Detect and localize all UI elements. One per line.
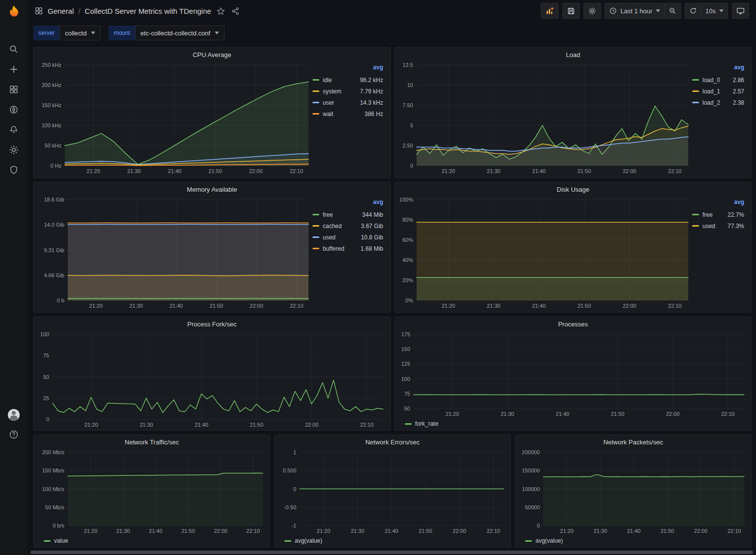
panel-title[interactable]: Process Fork/sec <box>34 317 390 329</box>
svg-text:21:30: 21:30 <box>487 303 501 309</box>
legend-item[interactable]: load_12.57 <box>692 86 744 97</box>
search-icon[interactable] <box>8 44 19 55</box>
legend-stat-header[interactable]: avg <box>692 64 744 74</box>
series-label[interactable]: fork_rate <box>415 420 438 427</box>
legend-stat-header[interactable]: avg <box>312 64 383 74</box>
legend-item[interactable]: load_02.86 <box>692 74 744 86</box>
series-avg-value: 2.38 <box>733 99 744 106</box>
navbar-actions: Last 1 hour 10s <box>541 3 749 19</box>
legend-item[interactable]: cached3.67 Gib <box>312 220 383 232</box>
series-label[interactable]: free <box>702 211 713 218</box>
dashboard-title[interactable]: CollectD Server Metrics with TDengine <box>85 7 211 15</box>
svg-text:20%: 20% <box>402 277 413 283</box>
help-icon[interactable] <box>8 429 19 440</box>
series-label[interactable]: load_2 <box>702 99 720 106</box>
panel-memory-available: Memory Available 0 b4.66 Gib9.31 Gib14.0… <box>33 182 391 313</box>
configuration-gear-icon[interactable] <box>8 145 19 155</box>
series-color-dash <box>44 540 51 542</box>
series-avg-value: 96.2 kHz <box>360 77 383 84</box>
series-color-dash <box>692 102 699 103</box>
alerting-bell-icon[interactable] <box>8 124 19 135</box>
svg-text:80%: 80% <box>402 217 413 223</box>
refresh-button[interactable] <box>685 3 701 19</box>
zoom-out-time-button[interactable] <box>665 3 681 19</box>
svg-text:100: 100 <box>40 331 49 337</box>
add-panel-button[interactable] <box>541 3 559 19</box>
svg-text:22:10: 22:10 <box>668 168 682 174</box>
share-button[interactable] <box>230 6 241 16</box>
user-avatar[interactable] <box>8 409 20 421</box>
svg-text:21:20: 21:20 <box>84 422 98 428</box>
legend-item[interactable]: buffered1.68 Mib <box>312 243 383 254</box>
series-label[interactable]: system <box>323 88 341 95</box>
dashboard-settings-button[interactable] <box>584 3 601 19</box>
series-avg-value: 10.8 Gib <box>361 234 383 241</box>
legend-item[interactable]: system7.79 kHz <box>312 86 383 97</box>
cycle-view-mode-button[interactable] <box>732 3 749 19</box>
panel-title[interactable]: CPU Average <box>34 48 390 60</box>
star-button[interactable] <box>216 6 226 16</box>
legend-stat-header[interactable]: avg <box>312 199 383 209</box>
save-dashboard-button[interactable] <box>562 3 580 19</box>
explore-compass-icon[interactable] <box>8 104 19 115</box>
series-color-dash <box>312 102 319 103</box>
time-series-chart[interactable]: 0 Hz50 kHz100 kHz150 kHz200 kHz250 kHz21… <box>37 60 311 175</box>
series-label[interactable]: load_1 <box>702 88 720 95</box>
sidebar <box>0 0 28 555</box>
time-series-chart[interactable]: 05000010000015000020000021:2021:3021:402… <box>518 447 747 535</box>
series-label[interactable]: used <box>323 234 336 241</box>
series-label[interactable]: avg(value) <box>295 537 322 544</box>
time-series-chart[interactable]: 507510012515017521:2021:3021:4021:5022:0… <box>398 329 747 418</box>
time-series-chart[interactable]: 0 b/s50 Mb/s100 Mb/s150 Mb/s200 Mb/s21:2… <box>37 447 266 535</box>
server-admin-shield-icon[interactable] <box>8 165 19 175</box>
panel-title[interactable]: Memory Available <box>34 182 390 195</box>
series-label[interactable]: user <box>323 99 334 106</box>
series-label[interactable]: used <box>702 223 715 230</box>
series-color-dash <box>312 79 319 81</box>
legend-item[interactable]: load_22.38 <box>692 97 744 108</box>
series-label[interactable]: free <box>323 211 333 218</box>
horizontal-scrollbar[interactable] <box>30 551 753 554</box>
refresh-interval-dropdown[interactable]: 10s <box>701 3 728 19</box>
time-series-chart[interactable]: 0 b4.66 Gib9.31 Gib14.0 Gib18.6 Gib21:20… <box>37 195 311 310</box>
chart-legend: avg(value) <box>518 535 747 546</box>
create-plus-icon[interactable] <box>8 64 19 75</box>
legend-item[interactable]: idle96.2 kHz <box>312 74 383 86</box>
legend-item[interactable]: free22.7% <box>692 209 744 220</box>
legend-item[interactable]: free344 Mib <box>312 209 383 220</box>
series-label[interactable]: avg(value) <box>535 537 563 544</box>
breadcrumb-section[interactable]: General <box>48 7 74 15</box>
series-label[interactable]: load_0 <box>702 77 720 84</box>
panel-title[interactable]: Disk Usage <box>395 182 751 195</box>
series-label[interactable]: idle <box>323 77 332 84</box>
legend-item[interactable]: used10.8 Gib <box>312 232 383 243</box>
legend-stat-header[interactable]: avg <box>692 199 744 209</box>
panel-title[interactable]: Processes <box>395 317 751 329</box>
series-label[interactable]: cached <box>323 223 342 230</box>
panel-title[interactable]: Load <box>395 48 751 60</box>
grafana-logo[interactable] <box>7 4 21 19</box>
legend-item[interactable]: used77.3% <box>692 220 744 232</box>
svg-text:21:40: 21:40 <box>556 411 569 417</box>
variable-server-label: server <box>33 26 59 40</box>
series-label[interactable]: buffered <box>323 245 344 252</box>
svg-text:22:10: 22:10 <box>487 528 501 534</box>
panel-title[interactable]: Network Packets/sec <box>515 435 751 447</box>
legend-item[interactable]: user14.3 kHz <box>312 97 383 108</box>
panel-title[interactable]: Network Errors/sec <box>275 435 510 447</box>
variable-mount-dropdown[interactable]: etc-collectd-collectd.conf <box>135 26 224 40</box>
series-label[interactable]: wait <box>323 111 333 117</box>
refresh-interval-label: 10s <box>705 7 716 15</box>
time-series-chart[interactable]: 02.5057.501012.521:2021:3021:4021:5022:0… <box>398 60 691 175</box>
time-series-chart[interactable]: 025507510021:2021:3021:4021:5022:0022:10 <box>37 329 386 429</box>
panel-title[interactable]: Network Traffic/sec <box>34 435 270 447</box>
time-series-chart[interactable]: 0%20%40%60%80%100%21:2021:3021:4021:5022… <box>398 195 691 310</box>
svg-text:21:20: 21:20 <box>442 303 455 309</box>
time-range-picker[interactable]: Last 1 hour <box>605 3 665 19</box>
svg-text:50 kHz: 50 kHz <box>45 143 61 148</box>
time-series-chart[interactable]: -1-0.5000.500121:2021:3021:4021:5022:002… <box>278 447 506 535</box>
legend-item[interactable]: wait386 Hz <box>312 108 383 119</box>
dashboards-icon[interactable] <box>8 84 19 95</box>
series-label[interactable]: value <box>54 537 68 544</box>
variable-server-dropdown[interactable]: collectd <box>59 26 101 40</box>
